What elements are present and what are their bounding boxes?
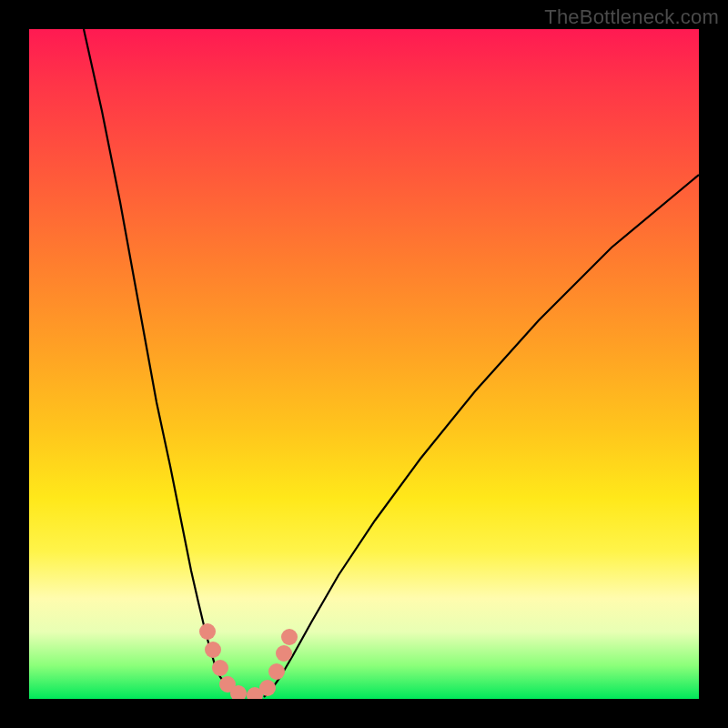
watermark-text: TheBottleneck.com [544, 5, 719, 29]
curve-layer [29, 29, 699, 699]
right-curve [264, 175, 699, 697]
bead-marker [259, 680, 276, 696]
plot-area [29, 29, 699, 699]
left-curve [84, 29, 242, 697]
bead-marker [199, 623, 216, 640]
bead-marker [281, 629, 298, 645]
chart-frame: TheBottleneck.com [0, 0, 728, 728]
bead-marker [276, 645, 292, 662]
bead-marker [205, 642, 221, 658]
bead-marker [212, 660, 228, 676]
bead-marker [268, 663, 285, 680]
